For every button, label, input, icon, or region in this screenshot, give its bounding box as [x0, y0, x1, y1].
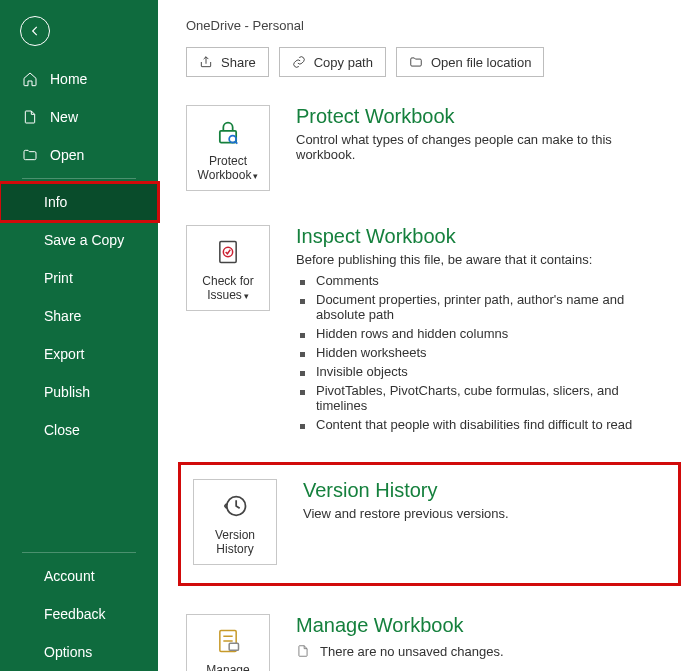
toolbar: Share Copy path Open file location [186, 47, 673, 77]
section-manage: Manage Workbook▾ Manage Workbook There a… [186, 614, 673, 671]
inspect-desc: Before publishing this file, be aware th… [296, 252, 673, 267]
nav-divider-bottom [22, 552, 136, 553]
breadcrumb: OneDrive - Personal [186, 18, 673, 33]
nav-print-label: Print [44, 270, 73, 286]
nav-open[interactable]: Open [0, 136, 158, 174]
nav-print[interactable]: Print [0, 259, 158, 297]
nav-export-label: Export [44, 346, 84, 362]
nav-open-label: Open [50, 147, 84, 163]
section-version: Version History Version History View and… [193, 479, 660, 565]
share-button[interactable]: Share [186, 47, 269, 77]
list-item: Document properties, printer path, autho… [316, 290, 673, 324]
list-item: Hidden worksheets [316, 343, 673, 362]
version-title: Version History [303, 479, 660, 502]
copy-path-label: Copy path [314, 55, 373, 70]
link-icon [292, 55, 306, 69]
history-icon [219, 490, 251, 522]
manage-title: Manage Workbook [296, 614, 673, 637]
backstage-sidebar: Home New Open Info Save a Copy Print Sha… [0, 0, 158, 671]
nav-close[interactable]: Close [0, 411, 158, 449]
share-icon [199, 55, 213, 69]
svg-rect-0 [220, 131, 236, 143]
nav-info[interactable]: Info [0, 183, 158, 221]
svg-rect-6 [229, 643, 238, 650]
list-item: Comments [316, 271, 673, 290]
protect-desc: Control what types of changes people can… [296, 132, 673, 162]
nav-share[interactable]: Share [0, 297, 158, 335]
version-desc: View and restore previous versions. [303, 506, 660, 521]
highlight-version-history: Version History Version History View and… [178, 462, 681, 586]
no-unsaved-changes: There are no unsaved changes. [296, 643, 673, 659]
back-button[interactable] [20, 16, 50, 46]
document-icon [296, 643, 310, 659]
nav-account[interactable]: Account [0, 557, 158, 595]
list-item: Content that people with disabilities fi… [316, 415, 673, 434]
tile-check-label: Check for Issues▾ [191, 274, 265, 302]
lock-icon [212, 116, 244, 148]
tile-protect-workbook[interactable]: Protect Workbook▾ [186, 105, 270, 191]
nav-home-label: Home [50, 71, 87, 87]
list-item: PivotTables, PivotCharts, cube formulas,… [316, 381, 673, 415]
nav-save-copy[interactable]: Save a Copy [0, 221, 158, 259]
section-protect: Protect Workbook▾ Protect Workbook Contr… [186, 105, 673, 191]
section-inspect: Check for Issues▾ Inspect Workbook Befor… [186, 225, 673, 434]
tile-version-history[interactable]: Version History [193, 479, 277, 565]
nav-publish-label: Publish [44, 384, 90, 400]
copy-path-button[interactable]: Copy path [279, 47, 386, 77]
inspect-list: Comments Document properties, printer pa… [296, 271, 673, 434]
tile-manage-label: Manage Workbook▾ [191, 663, 265, 671]
nav-save-copy-label: Save a Copy [44, 232, 124, 248]
list-item: Hidden rows and hidden columns [316, 324, 673, 343]
nav-feedback[interactable]: Feedback [0, 595, 158, 633]
nav-options-label: Options [44, 644, 92, 660]
tile-protect-label: Protect Workbook▾ [191, 154, 265, 182]
main-panel: OneDrive - Personal Share Copy path Open… [158, 0, 695, 671]
open-location-label: Open file location [431, 55, 531, 70]
nav-divider [22, 178, 136, 179]
open-icon [22, 147, 38, 163]
folder-icon [409, 55, 423, 69]
tile-version-label: Version History [198, 528, 272, 556]
nav-new-label: New [50, 109, 78, 125]
nav-close-label: Close [44, 422, 80, 438]
tile-check-issues[interactable]: Check for Issues▾ [186, 225, 270, 311]
nav-publish[interactable]: Publish [0, 373, 158, 411]
protect-title: Protect Workbook [296, 105, 673, 128]
nav-home[interactable]: Home [0, 60, 158, 98]
new-icon [22, 109, 38, 125]
arrow-left-icon [28, 24, 42, 38]
share-button-label: Share [221, 55, 256, 70]
nav-feedback-label: Feedback [44, 606, 105, 622]
home-icon [22, 71, 38, 87]
inspect-title: Inspect Workbook [296, 225, 673, 248]
manage-icon [212, 625, 244, 657]
check-icon [212, 236, 244, 268]
nav-new[interactable]: New [0, 98, 158, 136]
nav-export[interactable]: Export [0, 335, 158, 373]
no-changes-text: There are no unsaved changes. [320, 644, 504, 659]
nav-info-label: Info [44, 194, 67, 210]
nav-account-label: Account [44, 568, 95, 584]
nav-options[interactable]: Options [0, 633, 158, 671]
tile-manage-workbook[interactable]: Manage Workbook▾ [186, 614, 270, 671]
nav-share-label: Share [44, 308, 81, 324]
list-item: Invisible objects [316, 362, 673, 381]
open-location-button[interactable]: Open file location [396, 47, 544, 77]
